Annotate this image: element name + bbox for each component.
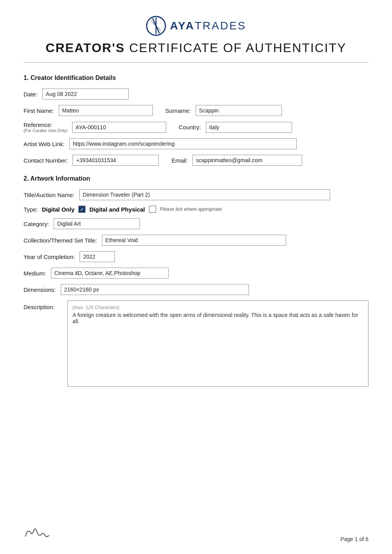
surname-input[interactable]: Scappin [196, 105, 282, 116]
footer: Page 1 of 6 [24, 525, 368, 542]
section2-title: 2. Artwork Information [24, 175, 368, 182]
reference-input[interactable]: AYA-000110 [72, 122, 166, 133]
category-label: Category: [24, 221, 49, 227]
weblink-label: Artist Web Link: [24, 141, 65, 147]
collection-input[interactable]: Ethereal Void [102, 235, 286, 246]
weblink-row: Artist Web Link: https://www.instagram.c… [24, 138, 368, 149]
type-row: Type: Digital Only ✓ Digital and Physica… [24, 206, 368, 213]
contact-input[interactable]: +393401031534 [73, 155, 159, 166]
title-auction-input[interactable]: Dimension Traveler (Part 2) [79, 189, 330, 200]
country-label: Country: [179, 124, 201, 130]
year-row: Year of Completion: 2022 [24, 251, 368, 262]
category-input[interactable]: Digital Art [54, 218, 140, 229]
dimensions-label: Dimensions: [24, 286, 56, 293]
certificate-page: AYATRADES CREATOR'S CERTIFICATE OF AUTHE… [0, 0, 392, 554]
digital-physical-text: Digital and Physical [89, 206, 145, 213]
country-input[interactable]: Italy [206, 122, 292, 133]
contact-row: Contact Number: +393401031534 Email: sca… [24, 155, 368, 166]
description-text: A foreign creature is welcomed with the … [73, 312, 363, 324]
dimensions-row: Dimensions: 2160×2160 px [24, 284, 368, 295]
description-note: (max. 125 Characters) [73, 305, 363, 310]
reference-row: Reference: (For Curator Use Only) AYA-00… [24, 121, 368, 133]
surname-label: Surname: [165, 107, 191, 114]
dimensions-input[interactable]: 2160×2160 px [61, 284, 249, 295]
firstname-input[interactable]: Matteo [59, 105, 153, 116]
medium-label: Medium: [24, 270, 46, 277]
title-auction-row: Title/Auction Name: Dimension Traveler (… [24, 189, 368, 200]
email-input[interactable]: scappinmatteo@gmail.com [192, 155, 302, 166]
medium-row: Medium: Cinema 4D, Octane, AE,Photoshop [24, 268, 368, 279]
reference-label: Reference: (For Curator Use Only) [24, 121, 67, 133]
logo-text: AYATRADES [170, 20, 247, 32]
signature-svg [24, 525, 55, 540]
contact-label: Contact Number: [24, 157, 68, 164]
digital-physical-checkbox[interactable] [149, 206, 156, 213]
description-box[interactable]: (max. 125 Characters) A foreign creature… [67, 301, 368, 387]
date-row: Date: Aug 08 2022 [24, 89, 368, 100]
main-title: CREATOR'S CERTIFICATE OF AUTHENTICITY [45, 41, 346, 55]
header: AYATRADES CREATOR'S CERTIFICATE OF AUTHE… [24, 16, 368, 58]
collection-label: Collection/Themed Set Title: [24, 237, 97, 244]
title-auction-label: Title/Auction Name: [24, 192, 74, 198]
date-label: Date: [24, 91, 38, 98]
logo-area: AYATRADES [146, 16, 247, 36]
firstname-label: First Name: [24, 107, 54, 114]
logo-icon [146, 16, 166, 36]
collection-row: Collection/Themed Set Title: Ethereal Vo… [24, 235, 368, 246]
year-input[interactable]: 2022 [80, 251, 115, 262]
category-row: Category: Digital Art [24, 218, 368, 229]
signature [24, 525, 55, 542]
digital-only-checkbox[interactable]: ✓ [78, 206, 85, 213]
weblink-input[interactable]: https://www.instagram.com/scaprendering [69, 138, 297, 149]
description-label: Description: [24, 304, 63, 310]
year-label: Year of Completion: [24, 253, 75, 260]
type-note: Please tick where appropriate [160, 206, 222, 212]
date-input[interactable]: Aug 08 2022 [42, 89, 129, 100]
medium-input[interactable]: Cinema 4D, Octane, AE,Photoshop [51, 268, 169, 279]
page-number: Page 1 of 6 [340, 536, 368, 542]
email-label: Email: [171, 157, 188, 164]
header-divider [24, 62, 368, 63]
description-row: Description: (max. 125 Characters) A for… [24, 301, 368, 387]
section1-title: 1. Creator Identification Details [24, 74, 368, 81]
digital-only-text: Digital Only [42, 206, 74, 213]
type-label: Type: [24, 206, 38, 213]
name-row: First Name: Matteo Surname: Scappin [24, 105, 368, 116]
